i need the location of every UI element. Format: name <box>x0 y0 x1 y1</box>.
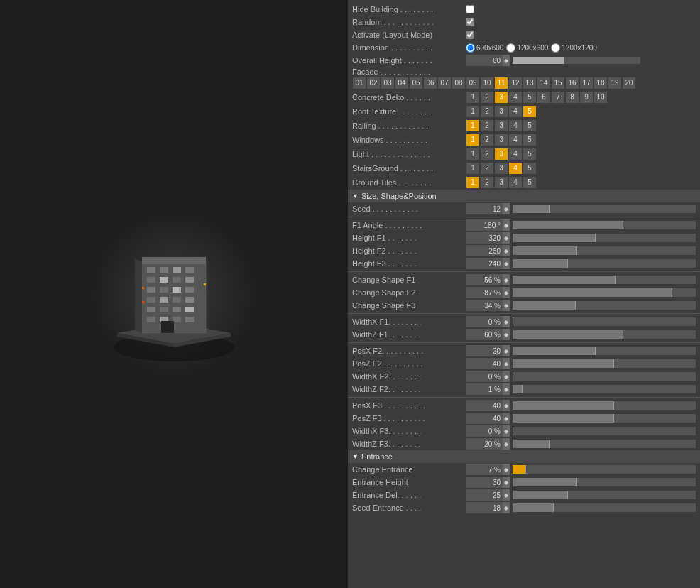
width-z-f3-input[interactable] <box>466 438 503 450</box>
width-x-f1-input[interactable] <box>466 316 503 327</box>
entrance-height-control[interactable]: ◆ <box>466 477 696 488</box>
change-shape-f1-arrow[interactable]: ◆ <box>503 274 510 285</box>
f1-angle-control[interactable]: ◆ <box>466 219 696 231</box>
facade-btn-17[interactable]: 17 <box>580 77 593 89</box>
seed-entrance-control[interactable]: ◆ <box>466 502 696 513</box>
height-f3-control[interactable]: ◆ <box>466 258 696 269</box>
height-f3-input[interactable] <box>466 258 503 269</box>
cd-btn-6[interactable]: 6 <box>537 92 550 103</box>
overall-height-input[interactable] <box>466 55 503 66</box>
width-z-f1-input[interactable] <box>466 329 503 340</box>
concrete-deko-control[interactable]: 1 2 3 4 5 6 7 8 9 10 <box>466 91 696 104</box>
change-entrance-arrow[interactable]: ◆ <box>503 464 510 475</box>
width-z-f1-control[interactable]: ◆ <box>466 329 696 340</box>
dim-600-label[interactable]: 600x600 <box>466 43 503 53</box>
li-btn-1[interactable]: 1 <box>466 148 479 160</box>
win-btn-5[interactable]: 5 <box>523 134 536 146</box>
pos-x-f3-input[interactable] <box>466 400 503 411</box>
gt-btn-1[interactable]: 1 <box>466 177 479 188</box>
width-x-f3-control[interactable]: ◆ <box>466 425 696 437</box>
gt-btn-2[interactable]: 2 <box>481 177 493 188</box>
light-control[interactable]: 1 2 3 4 5 <box>466 148 696 160</box>
facade-btn-07[interactable]: 07 <box>438 77 451 89</box>
facade-btn-10[interactable]: 10 <box>481 77 493 89</box>
li-btn-3[interactable]: 3 <box>495 148 508 160</box>
rl-btn-2[interactable]: 2 <box>481 120 493 131</box>
pos-z-f2-control[interactable]: ◆ <box>466 358 696 369</box>
hide-building-control[interactable] <box>466 5 696 13</box>
hide-building-checkbox[interactable] <box>466 5 474 13</box>
pos-x-f3-control[interactable]: ◆ <box>466 400 696 411</box>
win-btn-2[interactable]: 2 <box>481 134 493 146</box>
width-x-f2-arrow[interactable]: ◆ <box>503 371 510 382</box>
seed-entrance-input[interactable] <box>466 502 503 513</box>
cd-btn-10[interactable]: 10 <box>594 92 607 103</box>
activate-checkbox[interactable] <box>466 31 474 39</box>
pos-z-f2-input[interactable] <box>466 358 503 369</box>
random-checkbox[interactable] <box>466 18 474 26</box>
height-f1-input[interactable] <box>466 232 503 244</box>
dim-1200x1200-radio[interactable] <box>551 43 560 53</box>
height-f2-arrow[interactable]: ◆ <box>503 245 510 256</box>
facade-btn-08[interactable]: 08 <box>452 77 465 89</box>
win-btn-1[interactable]: 1 <box>466 134 479 146</box>
width-x-f1-arrow[interactable]: ◆ <box>503 316 510 327</box>
pos-z-f3-control[interactable]: ◆ <box>466 413 696 424</box>
cd-btn-3[interactable]: 3 <box>495 92 508 103</box>
change-shape-f1-control[interactable]: ◆ <box>466 274 696 285</box>
overall-height-control[interactable]: ◆ <box>466 55 696 66</box>
activate-control[interactable] <box>466 31 696 39</box>
dim-1200x600-label[interactable]: 1200x600 <box>506 43 548 53</box>
rt-btn-4[interactable]: 4 <box>509 106 522 117</box>
rt-btn-1[interactable]: 1 <box>466 106 479 117</box>
facade-btn-20[interactable]: 20 <box>623 77 635 89</box>
change-shape-f2-input[interactable] <box>466 287 503 298</box>
win-btn-3[interactable]: 3 <box>495 134 508 146</box>
rl-btn-1[interactable]: 1 <box>466 120 479 131</box>
change-shape-f3-input[interactable] <box>466 300 503 311</box>
change-shape-f2-arrow[interactable]: ◆ <box>503 287 510 298</box>
width-z-f3-control[interactable]: ◆ <box>466 438 696 450</box>
sg-btn-4[interactable]: 4 <box>509 163 522 174</box>
dim-1200x1200-label[interactable]: 1200x1200 <box>551 43 597 53</box>
width-x-f2-control[interactable]: ◆ <box>466 371 696 382</box>
entrance-height-input[interactable] <box>466 477 503 488</box>
change-shape-f1-input[interactable] <box>466 274 503 285</box>
properties-panel[interactable]: Hide Building . . . . . . . . Random . .… <box>348 0 700 588</box>
li-btn-4[interactable]: 4 <box>509 148 522 160</box>
cd-btn-2[interactable]: 2 <box>481 92 493 103</box>
stairs-ground-control[interactable]: 1 2 3 4 5 <box>466 162 696 175</box>
rl-btn-4[interactable]: 4 <box>509 120 522 131</box>
pos-x-f3-arrow[interactable]: ◆ <box>503 400 510 411</box>
entrance-del-control[interactable]: ◆ <box>466 489 696 501</box>
width-x-f3-input[interactable] <box>466 425 503 437</box>
entrance-height-arrow[interactable]: ◆ <box>503 477 510 488</box>
facade-btn-11[interactable]: 11 <box>495 77 508 89</box>
width-x-f3-arrow[interactable]: ◆ <box>503 425 510 437</box>
seed-entrance-arrow[interactable]: ◆ <box>503 502 510 513</box>
dimension-control[interactable]: 600x600 1200x600 1200x1200 <box>466 43 696 53</box>
pos-x-f2-arrow[interactable]: ◆ <box>503 345 510 356</box>
dim-1200x600-radio[interactable] <box>506 43 515 53</box>
pos-z-f3-arrow[interactable]: ◆ <box>503 413 510 424</box>
cd-btn-8[interactable]: 8 <box>566 92 579 103</box>
facade-btn-06[interactable]: 06 <box>424 77 437 89</box>
pos-x-f2-input[interactable] <box>466 345 503 356</box>
rl-btn-3[interactable]: 3 <box>495 120 508 131</box>
change-shape-f3-control[interactable]: ◆ <box>466 300 696 311</box>
ground-tiles-control[interactable]: 1 2 3 4 5 <box>466 176 696 189</box>
width-z-f2-input[interactable] <box>466 383 503 395</box>
cd-btn-5[interactable]: 5 <box>523 92 536 103</box>
gt-btn-4[interactable]: 4 <box>509 177 522 188</box>
change-entrance-input[interactable] <box>466 464 503 475</box>
rt-btn-5[interactable]: 5 <box>523 106 536 117</box>
entrance-section-header[interactable]: ▼ Entrance <box>348 450 700 463</box>
win-btn-4[interactable]: 4 <box>509 134 522 146</box>
width-z-f2-control[interactable]: ◆ <box>466 383 696 395</box>
windows-control[interactable]: 1 2 3 4 5 <box>466 134 696 146</box>
width-z-f3-arrow[interactable]: ◆ <box>503 438 510 450</box>
change-shape-f3-arrow[interactable]: ◆ <box>503 300 510 311</box>
sg-btn-2[interactable]: 2 <box>481 163 493 174</box>
cd-btn-1[interactable]: 1 <box>466 92 479 103</box>
seed-control[interactable]: ◆ <box>466 203 696 214</box>
